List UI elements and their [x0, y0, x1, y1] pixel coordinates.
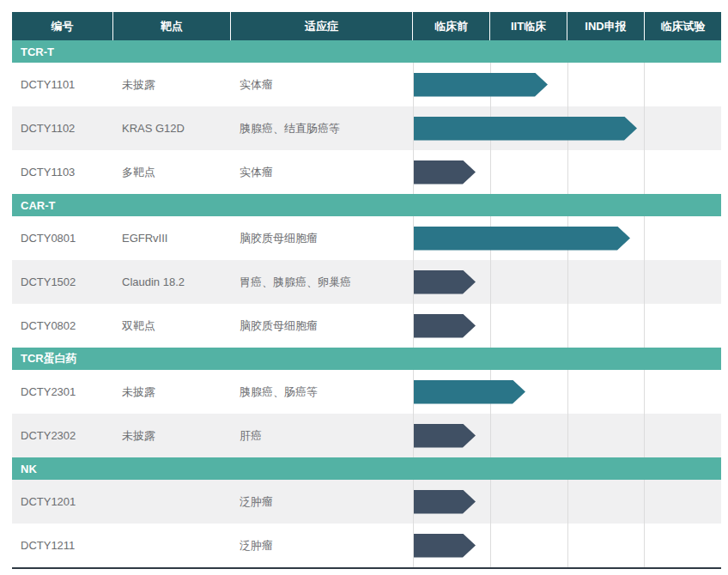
- stage-cell-clinical-trial: [644, 414, 721, 457]
- stage-cell-ind-filing: [567, 524, 645, 567]
- program-target: [113, 524, 231, 567]
- program-target: Claudin 18.2: [113, 260, 231, 304]
- table-header: 编号 靶点 适应症 临床前 IIT临床 IND申报 临床试验: [12, 12, 721, 40]
- program-target: 未披露: [113, 63, 231, 106]
- program-id: DCTY2301: [12, 370, 113, 414]
- stage-cell-ind-filing: [567, 414, 645, 457]
- progress-arrow: [414, 424, 476, 448]
- column-header-iit: IIT临床: [490, 12, 567, 40]
- pipeline-row: DCTY1502 Claudin 18.2 胃癌、胰腺癌、卵巢癌: [12, 260, 721, 304]
- stage-track: [413, 260, 721, 304]
- program-target: EGFRvIII: [113, 216, 231, 260]
- pipeline-row: DCTY1101 未披露 实体瘤: [12, 63, 721, 106]
- stage-track: [413, 370, 721, 414]
- section-band: NK: [12, 457, 721, 480]
- program-target: KRAS G12D: [113, 106, 231, 150]
- stage-cell-clinical-trial: [644, 524, 721, 567]
- stage-cell-ind-filing: [567, 63, 645, 106]
- program-id: DCTY0802: [12, 304, 113, 348]
- progress-arrow: [414, 534, 476, 558]
- stage-cell-iit: [490, 480, 567, 524]
- stage-cell-ind-filing: [567, 260, 645, 304]
- section-title: CAR-T: [21, 199, 55, 212]
- program-indication: 胰腺癌、肠癌等: [231, 370, 413, 414]
- program-id: DCTY2302: [12, 414, 113, 457]
- program-indication: 脑胶质母细胞瘤: [231, 216, 413, 260]
- column-header-indication: 适应症: [231, 12, 413, 40]
- progress-arrow: [414, 490, 476, 514]
- table-body: TCR-T DCTY1101 未披露 实体瘤 DCTY1102 KRAS G12…: [12, 40, 721, 567]
- pipeline-table: 编号 靶点 适应症 临床前 IIT临床 IND申报 临床试验 TCR-T DCT…: [12, 12, 721, 569]
- section-band: TCR-T: [12, 40, 721, 63]
- column-header-preclinical: 临床前: [413, 12, 490, 40]
- pipeline-row: DCTY2301 未披露 胰腺癌、肠癌等: [12, 370, 721, 414]
- stage-cell-clinical-trial: [644, 304, 721, 348]
- program-id: DCTY1211: [12, 524, 113, 567]
- stage-cell-clinical-trial: [644, 216, 721, 260]
- progress-arrow: [414, 117, 637, 141]
- stage-track: [413, 480, 721, 524]
- stage-track: [413, 524, 721, 567]
- stage-track: [413, 304, 721, 348]
- section-title: NK: [21, 463, 37, 475]
- program-indication: 肝癌: [231, 414, 413, 457]
- stage-track: [413, 150, 721, 194]
- program-id: DCTY1502: [12, 260, 113, 304]
- stage-cell-iit: [490, 414, 567, 457]
- stage-cell-iit: [490, 524, 567, 567]
- stage-track: [413, 414, 721, 457]
- program-indication: 脑胶质母细胞瘤: [231, 304, 413, 348]
- pipeline-row: DCTY0801 EGFRvIII 脑胶质母细胞瘤: [12, 216, 721, 260]
- stage-cell-ind-filing: [567, 304, 645, 348]
- pipeline-row: DCTY1102 KRAS G12D 胰腺癌、结直肠癌等: [12, 106, 721, 150]
- stage-track: [413, 216, 721, 260]
- column-header-target: 靶点: [113, 12, 231, 40]
- pipeline-row: DCTY1201 泛肿瘤: [12, 480, 721, 524]
- section-band: CAR-T: [12, 194, 721, 216]
- program-indication: 实体瘤: [231, 63, 413, 106]
- stage-cell-clinical-trial: [644, 260, 721, 304]
- program-indication: 泛肿瘤: [231, 480, 413, 524]
- stage-cell-clinical-trial: [644, 150, 721, 194]
- section-title: TCR-T: [21, 45, 54, 58]
- program-indication: 胰腺癌、结直肠癌等: [231, 106, 413, 150]
- stage-cell-clinical-trial: [644, 480, 721, 524]
- stage-cell-ind-filing: [567, 150, 645, 194]
- program-id: DCTY0801: [12, 216, 113, 260]
- stage-cell-iit: [490, 260, 567, 304]
- program-id: DCTY1103: [12, 150, 113, 194]
- column-header-id: 编号: [12, 12, 113, 40]
- stage-cell-clinical-trial: [644, 63, 721, 106]
- program-id: DCTY1201: [12, 480, 113, 524]
- section-band: TCR蛋白药: [12, 348, 721, 370]
- stage-cell-clinical-trial: [644, 370, 721, 414]
- progress-arrow: [414, 227, 630, 251]
- program-target: [113, 480, 231, 524]
- stage-cell-clinical-trial: [644, 106, 721, 150]
- progress-arrow: [414, 314, 476, 338]
- stage-cell-iit: [490, 304, 567, 348]
- program-indication: 泛肿瘤: [231, 524, 413, 567]
- program-indication: 胃癌、胰腺癌、卵巢癌: [231, 260, 413, 304]
- column-header-clinical-trial: 临床试验: [645, 12, 721, 40]
- program-id: DCTY1101: [12, 63, 113, 106]
- stage-cell-ind-filing: [567, 480, 645, 524]
- progress-arrow: [414, 160, 476, 185]
- progress-arrow: [414, 73, 548, 97]
- program-target: 未披露: [113, 370, 231, 414]
- program-target: 双靶点: [113, 304, 231, 348]
- program-target: 未披露: [113, 414, 231, 457]
- pipeline-row: DCTY0802 双靶点 脑胶质母细胞瘤: [12, 304, 721, 348]
- pipeline-row: DCTY1103 多靶点 实体瘤: [12, 150, 721, 194]
- pipeline-row: DCTY2302 未披露 肝癌: [12, 414, 721, 457]
- stage-track: [413, 106, 721, 150]
- stage-track: [413, 63, 721, 106]
- stage-cell-iit: [490, 150, 567, 194]
- program-id: DCTY1102: [12, 106, 113, 150]
- program-target: 多靶点: [113, 150, 231, 194]
- progress-arrow: [414, 380, 525, 404]
- section-title: TCR蛋白药: [21, 351, 77, 366]
- program-indication: 实体瘤: [231, 150, 413, 194]
- progress-arrow: [414, 270, 476, 294]
- stage-cell-ind-filing: [567, 370, 645, 414]
